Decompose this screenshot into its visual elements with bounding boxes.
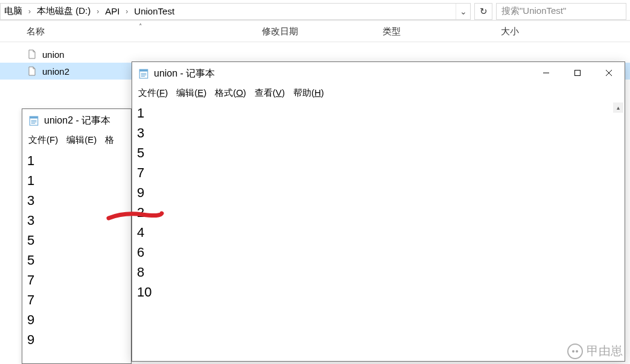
scroll-up-button[interactable]: ▴ bbox=[613, 102, 623, 113]
column-size[interactable]: 大小 bbox=[492, 26, 589, 37]
menu-edit[interactable]: 编辑(E) bbox=[176, 87, 206, 99]
chevron-right-icon: › bbox=[26, 7, 33, 16]
breadcrumb-seg[interactable]: 电脑 bbox=[1, 3, 26, 19]
watermark-text: 甲由崽 bbox=[587, 343, 623, 359]
window-title: union - 记事本 bbox=[154, 67, 215, 80]
text-line: 5 bbox=[137, 143, 620, 163]
text-line: 7 bbox=[27, 270, 126, 290]
text-line: 8 bbox=[137, 263, 620, 283]
text-line: 3 bbox=[27, 190, 126, 210]
text-line: 10 bbox=[137, 283, 620, 303]
notepad-window-union: union - 记事本 文件(F) 编辑(E) 格式(O) 查看(V) 帮助(H… bbox=[132, 61, 625, 362]
column-headers: 名称 修改日期 类型 大小 bbox=[0, 20, 630, 42]
menu-bar: 文件(F) 编辑(E) 格 bbox=[22, 132, 131, 149]
text-line: 4 bbox=[137, 223, 620, 243]
breadcrumb[interactable]: 电脑 › 本地磁盘 (D:) › API › UnionTest ⌄ bbox=[0, 3, 471, 20]
window-title: union2 - 记事本 bbox=[44, 115, 110, 127]
column-modified[interactable]: 修改日期 bbox=[253, 26, 374, 37]
title-bar[interactable]: union - 记事本 bbox=[132, 62, 625, 85]
svg-rect-6 bbox=[139, 69, 148, 71]
notepad-icon bbox=[138, 68, 149, 79]
breadcrumb-seg[interactable]: 本地磁盘 (D:) bbox=[33, 3, 94, 19]
notepad-window-union2: union2 - 记事本 文件(F) 编辑(E) 格 1 1 3 3 5 5 7… bbox=[22, 108, 132, 364]
search-placeholder: 搜索"UnionTest" bbox=[501, 5, 566, 17]
file-row[interactable]: union bbox=[0, 46, 630, 63]
minimize-button[interactable] bbox=[530, 62, 562, 84]
text-area[interactable]: 1 1 3 3 5 5 7 7 9 9 bbox=[22, 149, 131, 363]
text-line: 1 bbox=[27, 151, 126, 171]
text-line: 5 bbox=[27, 250, 126, 270]
chevron-right-icon: › bbox=[123, 7, 130, 16]
text-line: 5 bbox=[27, 230, 126, 250]
menu-file[interactable]: 文件(F) bbox=[28, 134, 58, 146]
text-line: 7 bbox=[27, 290, 126, 310]
svg-rect-11 bbox=[575, 71, 581, 76]
window-controls bbox=[530, 62, 625, 84]
text-line: 3 bbox=[137, 124, 620, 143]
breadcrumb-seg[interactable]: API bbox=[101, 4, 123, 19]
menu-bar: 文件(F) 编辑(E) 格式(O) 查看(V) 帮助(H) bbox=[132, 85, 625, 102]
text-area[interactable]: ▴ 1 3 5 7 9 2 4 6 8 10 bbox=[132, 102, 625, 361]
breadcrumb-dropdown[interactable]: ⌄ bbox=[456, 4, 470, 19]
text-line: 9 bbox=[27, 310, 126, 330]
maximize-button[interactable] bbox=[562, 62, 593, 84]
text-line: 9 bbox=[27, 330, 126, 350]
sort-indicator-icon: ˄ bbox=[139, 23, 142, 31]
svg-rect-1 bbox=[30, 116, 38, 118]
watermark: 甲由崽 bbox=[567, 343, 623, 359]
menu-view[interactable]: 查看(V) bbox=[255, 87, 285, 99]
close-button[interactable] bbox=[593, 62, 625, 84]
refresh-button[interactable]: ↻ bbox=[474, 3, 492, 20]
file-icon bbox=[27, 49, 37, 60]
file-icon bbox=[27, 66, 37, 77]
text-line: 9 bbox=[137, 183, 620, 203]
title-bar[interactable]: union2 - 记事本 bbox=[22, 109, 131, 132]
text-line: 1 bbox=[137, 104, 620, 124]
text-line: 6 bbox=[137, 243, 620, 263]
text-line: 3 bbox=[27, 210, 126, 230]
menu-edit[interactable]: 编辑(E) bbox=[66, 134, 97, 146]
text-line: 2 bbox=[137, 203, 620, 223]
breadcrumb-seg[interactable]: UnionTest bbox=[130, 4, 178, 19]
column-name[interactable]: 名称 bbox=[0, 26, 253, 37]
column-type[interactable]: 类型 bbox=[374, 26, 492, 37]
file-name: union bbox=[42, 49, 65, 60]
text-line: 7 bbox=[137, 163, 620, 183]
menu-file[interactable]: 文件(F) bbox=[138, 87, 168, 99]
menu-format[interactable]: 格式(O) bbox=[215, 87, 246, 99]
text-line: 1 bbox=[27, 171, 126, 190]
menu-help[interactable]: 帮助(H) bbox=[293, 87, 324, 99]
chevron-right-icon: › bbox=[94, 7, 101, 16]
notepad-icon bbox=[28, 115, 39, 126]
search-input[interactable]: 搜索"UnionTest" bbox=[496, 3, 626, 20]
menu-format-cut[interactable]: 格 bbox=[105, 134, 114, 146]
address-bar: 电脑 › 本地磁盘 (D:) › API › UnionTest ⌄ ↻ 搜索"… bbox=[0, 0, 630, 20]
wechat-icon bbox=[567, 344, 583, 359]
file-name: union2 bbox=[42, 66, 69, 77]
